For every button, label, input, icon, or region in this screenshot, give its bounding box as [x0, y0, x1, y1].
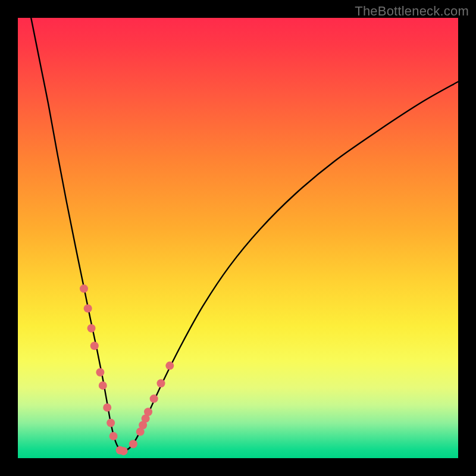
data-marker [103, 403, 111, 412]
data-marker [120, 447, 128, 455]
chart-svg [18, 18, 458, 458]
data-marker [144, 408, 152, 416]
data-marker [109, 432, 118, 440]
chart-frame: TheBottleneck.com [0, 0, 476, 476]
data-marker [90, 342, 99, 350]
data-marker [129, 440, 137, 448]
plot-area [18, 18, 458, 458]
data-marker [165, 362, 174, 370]
data-marker [96, 368, 104, 377]
data-marker [107, 419, 115, 427]
bottleneck-curve [31, 18, 458, 452]
data-marker [99, 381, 107, 390]
data-marker [80, 284, 88, 293]
data-marker [87, 324, 96, 333]
watermark-text: TheBottleneck.com [355, 4, 469, 19]
data-marker [84, 304, 92, 312]
data-marker [150, 394, 158, 403]
markers-group [80, 284, 174, 455]
data-marker [157, 379, 165, 387]
